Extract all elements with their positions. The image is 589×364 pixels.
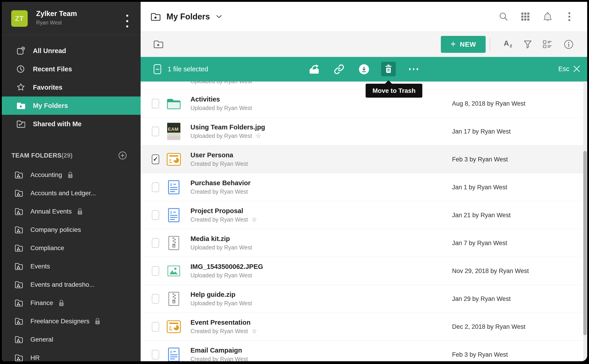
list-view-icon[interactable] xyxy=(543,32,552,57)
file-subtitle: Created by Ryan West xyxy=(190,216,248,223)
search-icon[interactable] xyxy=(499,12,508,21)
team-folder-item[interactable]: Events and tradesho... xyxy=(2,275,141,294)
file-row[interactable]: ActivitiesUploaded by Ryan WestAug 8, 20… xyxy=(141,90,587,117)
page-title[interactable]: My Folders xyxy=(167,12,210,21)
row-checkbox[interactable] xyxy=(152,238,159,248)
partial-file-row[interactable]: Uploaded by Ryan West xyxy=(141,81,587,90)
team-folder-label: Finance xyxy=(30,299,53,307)
more-actions-icon[interactable] xyxy=(408,57,419,81)
filter-icon[interactable] xyxy=(523,32,532,57)
row-checkbox[interactable] xyxy=(152,294,159,304)
select-all-checkbox[interactable] xyxy=(154,64,161,74)
move-to-trash-icon[interactable] xyxy=(381,62,396,76)
new-button[interactable]: + NEW xyxy=(441,36,486,53)
file-row[interactable]: EAMUsing Team Folders.jpgUploaded by Rya… xyxy=(141,117,587,145)
file-row[interactable]: Media kit.zipUploaded by Ryan WestJan 7 … xyxy=(141,229,587,257)
sort-az-icon[interactable]: Az xyxy=(504,32,514,57)
screenshot-stage: ZT Zylker Team Ryan West All UnreadRecen… xyxy=(0,0,589,364)
file-date: Dec 2, 2018 by Ryan West xyxy=(452,323,525,330)
file-row[interactable]: Help guide.zipUploaded by Ryan WestJan 2… xyxy=(141,285,587,313)
file-row[interactable]: zUser PersonaCreated by Ryan WestFeb 3 b… xyxy=(141,145,587,173)
row-checkbox-checked[interactable] xyxy=(152,155,159,164)
file-row[interactable]: zEmail CampaignCreated by Ryan WestFeb 3… xyxy=(141,341,587,361)
sidebar-item-recent-files[interactable]: Recent Files xyxy=(2,60,141,78)
file-list: Uploaded by Ryan West ActivitiesUploaded… xyxy=(141,81,587,361)
link-icon[interactable] xyxy=(334,57,344,81)
sidebar-item-favorites[interactable]: Favorites xyxy=(2,78,141,97)
team-avatar[interactable]: ZT xyxy=(11,10,28,27)
file-row[interactable]: zPurchase BehaviorCreated by Ryan WestJa… xyxy=(141,173,587,201)
tooltip: Move to Trash xyxy=(366,84,422,98)
apps-grid-icon[interactable] xyxy=(521,12,530,21)
team-folder-label: Freelance Designers xyxy=(30,318,89,325)
team-folder-item[interactable]: Annual Events xyxy=(2,202,141,221)
file-name[interactable]: Activities xyxy=(190,96,252,103)
file-date: Jan 17 by Ryan West xyxy=(452,128,511,135)
sidebar-item-my-folders[interactable]: My Folders xyxy=(2,97,141,115)
sidebar-item-shared-with-me[interactable]: Shared with Me xyxy=(2,115,141,133)
team-folders-list: AccountingAccounts and Ledger...Annual E… xyxy=(2,166,141,361)
row-checkbox[interactable] xyxy=(152,322,159,332)
copy-move-icon[interactable] xyxy=(308,57,320,81)
esc-label[interactable]: Esc xyxy=(558,65,569,73)
file-name[interactable]: Using Team Folders.jpg xyxy=(190,124,265,131)
team-folders-count: (29) xyxy=(62,152,72,159)
file-text: User PersonaCreated by Ryan West xyxy=(190,151,248,167)
team-folder-item[interactable]: Compliance xyxy=(2,239,141,257)
file-name[interactable]: IMG_1543500062.JPEG xyxy=(190,263,263,271)
download-icon[interactable] xyxy=(358,57,369,81)
file-row[interactable]: zProject ProposalCreated by Ryan West☆Ja… xyxy=(141,201,587,229)
lock-icon xyxy=(67,171,73,179)
scrollbar-thumb[interactable] xyxy=(583,151,587,335)
more-vertical-icon[interactable] xyxy=(565,12,574,21)
row-checkbox[interactable] xyxy=(152,266,159,276)
file-row[interactable]: IMG_1543500062.JPEGUploaded by Ryan West… xyxy=(141,257,587,285)
file-name[interactable]: Event Presentation xyxy=(190,319,257,326)
add-team-folder-button[interactable] xyxy=(118,151,127,160)
star-icon[interactable]: ☆ xyxy=(252,328,257,334)
team-folder-item[interactable]: Events xyxy=(2,257,141,275)
star-icon[interactable]: ☆ xyxy=(256,133,261,139)
file-date: Jan 1 by Ryan West xyxy=(452,184,507,191)
sidebar-item-all-unread[interactable]: All Unread xyxy=(2,42,141,60)
team-owner-name: Ryan West xyxy=(36,20,62,26)
file-name[interactable]: User Persona xyxy=(190,151,248,159)
notifications-bell-icon[interactable] xyxy=(543,12,552,21)
close-icon[interactable] xyxy=(572,64,582,74)
star-icon[interactable]: ☆ xyxy=(252,216,257,223)
file-name[interactable]: Project Proposal xyxy=(190,207,257,215)
row-checkbox[interactable] xyxy=(152,127,159,136)
breadcrumb-folder-icon[interactable] xyxy=(153,39,164,50)
svg-text:z: z xyxy=(170,210,172,214)
team-folder-item[interactable]: General xyxy=(2,330,141,349)
file-row[interactable]: zEvent PresentationCreated by Ryan West☆… xyxy=(141,313,587,341)
info-icon[interactable] xyxy=(564,32,574,57)
team-folder-item[interactable]: Company policies xyxy=(2,221,141,239)
file-date: Jan 7 by Ryan West xyxy=(452,239,507,247)
team-folder-item[interactable]: Finance xyxy=(2,294,141,312)
team-folder-item[interactable]: Accounts and Ledger... xyxy=(2,184,141,202)
file-name[interactable]: Email Campaign xyxy=(190,347,248,354)
plus-icon: + xyxy=(450,39,456,48)
row-checkbox[interactable] xyxy=(152,182,159,192)
file-name[interactable]: Help guide.zip xyxy=(190,291,252,298)
row-checkbox[interactable] xyxy=(152,350,159,359)
main-header: My Folders xyxy=(141,2,587,32)
file-name[interactable]: Purchase Behavior xyxy=(190,179,251,187)
chevron-down-icon[interactable] xyxy=(216,15,222,19)
lock-icon xyxy=(94,318,101,325)
team-menu-icon[interactable] xyxy=(126,15,129,27)
document-file-icon: z xyxy=(166,347,181,362)
row-checkbox[interactable] xyxy=(152,210,159,220)
file-subtitle: Uploaded by Ryan West xyxy=(190,133,252,139)
lock-icon xyxy=(77,208,83,215)
scrollbar-track[interactable] xyxy=(583,81,587,361)
team-folder-icon xyxy=(14,225,23,234)
row-checkbox[interactable] xyxy=(152,99,159,108)
toolbar: + NEW Az xyxy=(141,32,587,57)
folder-filled-icon xyxy=(16,101,25,110)
team-folder-item[interactable]: HR xyxy=(2,349,141,361)
team-folder-item[interactable]: Freelance Designers xyxy=(2,312,141,330)
team-folder-item[interactable]: Accounting xyxy=(2,166,141,184)
file-name[interactable]: Media kit.zip xyxy=(190,235,252,243)
